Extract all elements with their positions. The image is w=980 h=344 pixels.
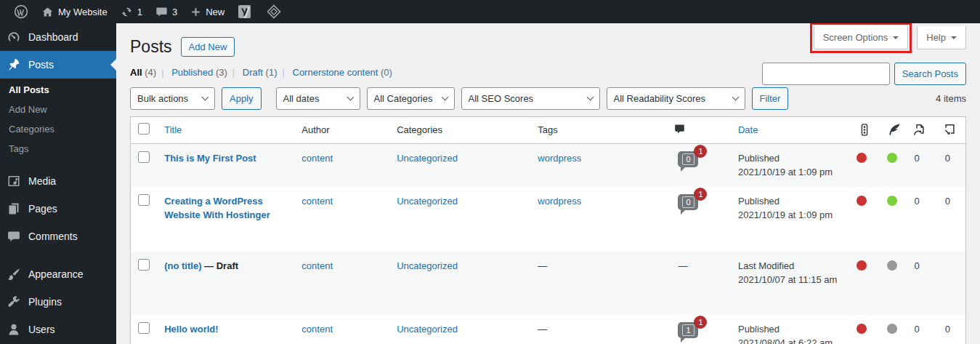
filter-button[interactable]: Filter [752, 87, 789, 110]
add-new-button[interactable]: Add New [181, 37, 235, 57]
screen-options-button[interactable]: Screen Options [814, 26, 909, 49]
sidebar-item-plugins[interactable]: Plugins [0, 288, 116, 316]
column-header-title[interactable]: Title [157, 117, 294, 144]
bulk-actions-value: Bulk actions [137, 93, 188, 104]
post-title-link[interactable]: This is My First Post [164, 153, 256, 164]
chevron-down-icon [732, 94, 739, 101]
submenu-categories[interactable]: Categories [0, 119, 116, 139]
post-status: Last Modified [738, 259, 842, 273]
category-link[interactable]: Uncategorized [397, 324, 458, 335]
pending-comment-badge[interactable]: 1 [694, 316, 707, 329]
author-link[interactable]: content [301, 324, 333, 335]
categories-filter-value: All Categories [374, 93, 433, 104]
tag-link[interactable]: wordpress [538, 153, 581, 164]
site-link[interactable]: My Website [35, 0, 114, 23]
sidebar-separator [0, 250, 116, 260]
readability-scores-filter-select[interactable]: All Readability Scores [607, 87, 745, 110]
user-icon [7, 322, 21, 337]
admin-sidebar: Dashboard Posts All Posts Add New Catego… [0, 23, 116, 344]
search-posts-button[interactable]: Search Posts [894, 63, 966, 85]
comments-menu[interactable]: 3 [149, 0, 184, 23]
comment-count-bubble[interactable]: 1 1 [678, 322, 698, 338]
view-cornerstone-link[interactable]: Cornerstone content [293, 67, 378, 78]
seo-score-dot [857, 324, 867, 334]
sidebar-label-media: Media [28, 175, 56, 187]
wordpress-logo-icon [14, 4, 28, 19]
readability-score-dot [887, 260, 897, 271]
incoming-links-count: 0 [935, 144, 965, 187]
category-link[interactable]: Uncategorized [397, 153, 458, 164]
tag-link[interactable]: wordpress [538, 196, 581, 207]
chevron-down-icon [893, 36, 899, 42]
submenu-tags[interactable]: Tags [0, 139, 116, 159]
bulk-actions-select[interactable]: Bulk actions [130, 87, 215, 110]
submenu-add-new[interactable]: Add New [0, 100, 116, 119]
main-content: Screen Options Help Posts Add New Search… [116, 23, 980, 344]
posts-table: Title Author Categories Tags Date [130, 116, 966, 344]
post-date: 2021/10/19 at 1:09 pm [738, 165, 842, 180]
comment-count-bubble[interactable]: 0 1 [678, 151, 698, 167]
screen-meta-links: Screen Options Help [810, 23, 966, 53]
seo-scores-filter-select[interactable]: All SEO Scores [461, 87, 600, 110]
post-row: Hello world! content Uncategorized — 1 1… [131, 315, 965, 344]
chevron-down-icon [202, 94, 209, 101]
comment-count: 3 [172, 7, 177, 17]
sidebar-item-users[interactable]: Users [0, 316, 116, 343]
separator: | [232, 67, 235, 78]
separator: | [282, 67, 284, 78]
readability-score-dot [887, 196, 897, 206]
seo-scores-filter-value: All SEO Scores [469, 93, 534, 104]
dates-filter-select[interactable]: All dates [276, 87, 360, 110]
help-button[interactable]: Help [917, 26, 966, 49]
sidebar-item-comments[interactable]: Comments [0, 223, 116, 250]
updates-menu[interactable]: 1 [114, 0, 149, 23]
row-checkbox[interactable] [138, 259, 150, 271]
new-content-menu[interactable]: New [184, 0, 231, 23]
admin-bar: My Website 1 3 New [0, 0, 980, 23]
plugin-diamond-menu[interactable] [260, 0, 288, 23]
sidebar-item-media[interactable]: Media [0, 167, 116, 195]
view-all-link[interactable]: All [130, 67, 142, 78]
post-title-link[interactable]: Hello world! [164, 324, 218, 335]
pending-comment-badge[interactable]: 1 [694, 145, 707, 158]
items-count: 4 items [936, 93, 966, 104]
submenu-all-posts[interactable]: All Posts [0, 80, 116, 100]
readability-scores-filter-value: All Readability Scores [614, 93, 705, 104]
no-tags-dash: — [538, 324, 547, 335]
view-draft-link[interactable]: Draft [243, 67, 263, 78]
sidebar-label-posts: Posts [28, 59, 54, 71]
search-input[interactable] [762, 63, 890, 85]
row-checkbox[interactable] [138, 194, 150, 206]
post-title-link[interactable]: (no title) [164, 260, 201, 271]
view-published-link[interactable]: Published [171, 67, 213, 78]
pages-icon [7, 201, 21, 216]
outgoing-links-count: 0 [904, 315, 934, 344]
categories-filter-select[interactable]: All Categories [367, 87, 455, 110]
column-header-date[interactable]: Date [731, 117, 849, 144]
apply-button[interactable]: Apply [222, 87, 262, 110]
paintbrush-icon [7, 267, 21, 281]
author-link[interactable]: content [301, 260, 333, 271]
category-link[interactable]: Uncategorized [397, 260, 458, 271]
comment-count-bubble[interactable]: 0 1 [678, 194, 698, 210]
wordpress-logo-menu[interactable] [7, 0, 35, 23]
author-link[interactable]: content [301, 196, 333, 207]
incoming-links-count: 0 [935, 187, 965, 252]
pending-comment-badge[interactable]: 1 [694, 188, 707, 201]
category-link[interactable]: Uncategorized [397, 196, 458, 207]
sidebar-item-appearance[interactable]: Appearance [0, 260, 116, 288]
chevron-down-icon [347, 94, 354, 101]
select-all-checkbox[interactable] [138, 123, 150, 135]
no-tags-dash: — [538, 260, 547, 271]
row-checkbox[interactable] [138, 151, 150, 163]
yoast-seo-menu[interactable] [231, 0, 260, 23]
post-status: Published [738, 322, 842, 337]
update-icon [121, 6, 133, 18]
sidebar-item-dashboard[interactable]: Dashboard [0, 23, 116, 51]
sidebar-item-posts[interactable]: Posts [0, 51, 116, 79]
readability-column-icon [887, 123, 901, 137]
author-link[interactable]: content [301, 153, 333, 164]
row-checkbox[interactable] [138, 322, 150, 334]
sidebar-item-pages[interactable]: Pages [0, 195, 116, 223]
post-title-link[interactable]: Creating a WordPress Website With Hostin… [164, 196, 270, 221]
